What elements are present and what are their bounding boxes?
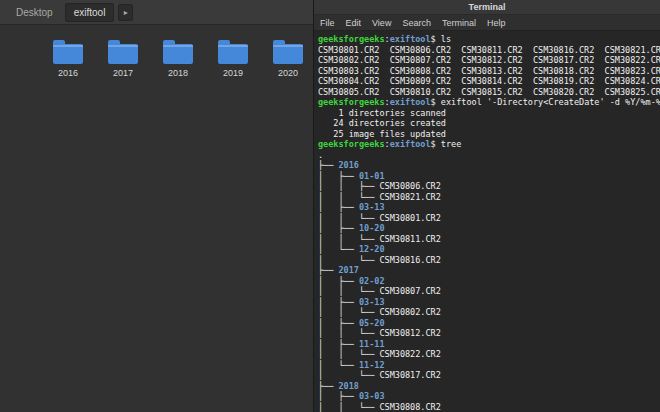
folder-label: 2019 [223,68,243,78]
terminal-line: │ └── CSM30817.CR2 [318,370,660,381]
folder-label: 2017 [113,68,133,78]
terminal-line: │ ├── 05-20 [318,318,660,329]
folder-label: 2020 [278,68,298,78]
terminal-title: Terminal [469,2,506,12]
terminal-titlebar[interactable]: Terminal [314,0,660,15]
folder-icon [218,44,248,64]
menu-edit[interactable]: Edit [346,18,362,28]
terminal-line: geeksforgeeks:exiftool$ ls [318,34,660,45]
file-manager-pathbar: Desktop exiftool ▸ [0,0,313,25]
terminal-line: │ │ └── CSM30802.CR2 [318,307,660,318]
terminal-line: │ └── 11-12 [318,360,660,371]
terminal-line: │ ├── 02-02 [318,276,660,287]
terminal-line: │ ├── 03-13 [318,202,660,213]
file-manager-window: Desktop exiftool ▸ 20162017201820192020 [0,0,313,412]
folder-icon [163,44,193,64]
menu-file[interactable]: File [320,18,335,28]
menu-search[interactable]: Search [402,18,431,28]
terminal-line: ├── 2017 [318,265,660,276]
terminal-line: geeksforgeeks:exiftool$ tree [318,139,660,150]
terminal-line: │ │ └── CSM30821.CR2 [318,192,660,203]
terminal-line: │ └── 12-20 [318,244,660,255]
terminal-line: │ │ └── CSM30808.CR2 [318,402,660,412]
terminal-line: CSM30801.CR2 CSM30806.CR2 CSM30811.CR2 C… [318,45,660,56]
terminal-output-area[interactable]: geeksforgeeks:exiftool$ lsCSM30801.CR2 C… [314,31,660,412]
folder-icon [273,44,303,64]
terminal-line: │ ├── 11-11 [318,339,660,350]
folder-item[interactable]: 2016 [52,39,84,78]
terminal-line: 1 directories scanned [318,108,660,119]
folder-item[interactable]: 2017 [107,39,139,78]
terminal-menubar: File Edit View Search Terminal Help [314,15,660,31]
terminal-line: │ │ └── CSM30812.CR2 [318,328,660,339]
terminal-line: 24 directories created [318,118,660,129]
folder-icon [108,44,138,64]
terminal-line: . [318,150,660,161]
path-toggle-button[interactable]: ▸ [118,4,133,21]
folder-grid: 20162017201820192020 [0,25,313,78]
folder-item[interactable]: 2018 [162,39,194,78]
terminal-line: │ ├── 03-13 [318,297,660,308]
terminal-line: ├── 2016 [318,160,660,171]
terminal-line: CSM30802.CR2 CSM30807.CR2 CSM30812.CR2 C… [318,55,660,66]
terminal-line: │ ├── 10-20 [318,223,660,234]
terminal-line: │ │ └── CSM30822.CR2 [318,349,660,360]
breadcrumb-desktop[interactable]: Desktop [8,4,61,21]
menu-view[interactable]: View [372,18,391,28]
terminal-line: │ └── CSM30816.CR2 [318,255,660,266]
folder-item[interactable]: 2019 [217,39,249,78]
folder-label: 2016 [58,68,78,78]
terminal-line: ├── 2018 [318,381,660,392]
terminal-line: CSM30804.CR2 CSM30809.CR2 CSM30814.CR2 C… [318,76,660,87]
terminal-line: CSM30805.CR2 CSM30810.CR2 CSM30815.CR2 C… [318,87,660,98]
terminal-line: │ │ ├── CSM30806.CR2 [318,181,660,192]
menu-help[interactable]: Help [487,18,506,28]
terminal-line: │ │ └── CSM30807.CR2 [318,286,660,297]
menu-terminal[interactable]: Terminal [442,18,476,28]
folder-label: 2018 [168,68,188,78]
desktop-screen: Desktop exiftool ▸ 20162017201820192020 … [0,0,660,412]
terminal-line: │ ├── 01-01 [318,171,660,182]
terminal-line: │ │ └── CSM30801.CR2 [318,213,660,224]
terminal-line: │ ├── 03-03 [318,391,660,402]
terminal-line: │ │ └── CSM30811.CR2 [318,234,660,245]
terminal-line: geeksforgeeks:exiftool$ exiftool '-Direc… [318,97,660,108]
terminal-window: Terminal File Edit View Search Terminal … [313,0,660,412]
folder-item[interactable]: 2020 [272,39,304,78]
terminal-line: 25 image files updated [318,129,660,140]
breadcrumb-exiftool[interactable]: exiftool [65,3,115,22]
folder-icon [53,44,83,64]
terminal-line: CSM30803.CR2 CSM30808.CR2 CSM30813.CR2 C… [318,66,660,77]
